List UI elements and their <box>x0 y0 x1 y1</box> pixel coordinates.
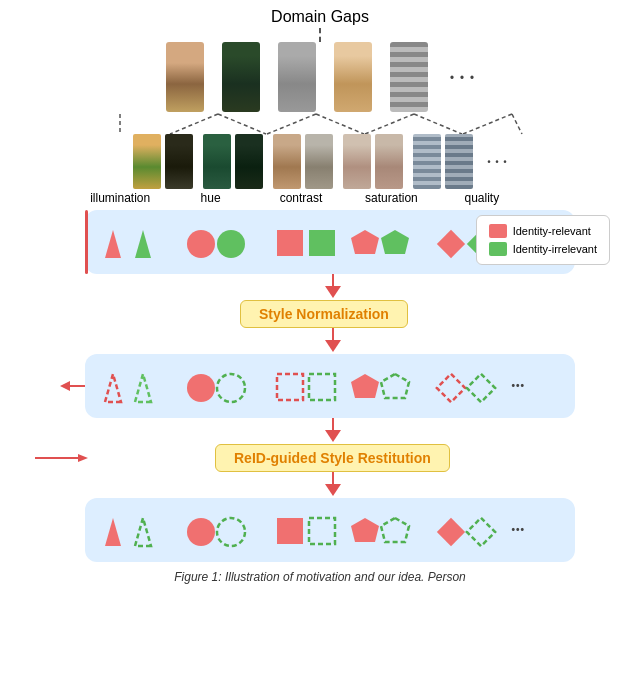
second-blue-box-container: − ··· <box>30 354 610 418</box>
sp-illum-a <box>133 134 161 189</box>
third-blue-box: ··· <box>85 498 575 562</box>
label-contrast: contrast <box>256 191 346 205</box>
sp-hue-b <box>235 134 263 189</box>
person-quality-top <box>390 42 428 112</box>
svg-marker-34 <box>78 454 88 462</box>
svg-line-8 <box>512 114 522 134</box>
sat-group <box>343 134 403 189</box>
svg-marker-29 <box>381 374 409 398</box>
sp-qual-a <box>413 134 441 189</box>
arrow-after-reid <box>325 472 341 496</box>
person-illumination-top <box>166 42 204 112</box>
svg-marker-9 <box>105 230 121 258</box>
dots-sub: · · · <box>487 153 507 171</box>
svg-point-12 <box>217 230 245 258</box>
second-blue-box: ··· <box>85 354 575 418</box>
shapes-row-1: ··· <box>99 220 539 264</box>
label-hue: hue <box>165 191 255 205</box>
sp-illum-b <box>165 134 193 189</box>
reid-section: ReID-guided Style Restitution <box>30 418 610 496</box>
branching-lines <box>70 114 570 134</box>
svg-line-4 <box>316 114 364 134</box>
legend-swatch-green <box>489 242 507 256</box>
svg-point-37 <box>187 518 215 546</box>
contrast-group <box>273 134 333 189</box>
svg-point-25 <box>217 374 245 402</box>
svg-rect-13 <box>277 230 303 256</box>
svg-marker-41 <box>351 518 379 542</box>
arrow-style-norm <box>325 274 341 298</box>
legend-irrelevant-label: Identity-irrelevant <box>513 243 597 255</box>
diagram-container: Domain Gaps · · · <box>0 0 640 685</box>
arrow-after-style-norm <box>325 328 341 352</box>
svg-rect-14 <box>309 230 335 256</box>
svg-rect-27 <box>309 374 335 400</box>
sub-person-row: · · · <box>133 134 507 189</box>
legend-swatch-red <box>489 224 507 238</box>
svg-marker-42 <box>381 518 409 542</box>
svg-line-3 <box>267 114 316 134</box>
person-contrast-top <box>278 42 316 112</box>
svg-point-24 <box>187 374 215 402</box>
svg-point-11 <box>187 230 215 258</box>
label-quality: quality <box>437 191 527 205</box>
svg-marker-35 <box>105 518 121 546</box>
sp-qual-b <box>445 134 473 189</box>
svg-marker-15 <box>351 230 379 254</box>
svg-marker-36 <box>135 518 151 546</box>
svg-rect-40 <box>309 518 335 544</box>
left-red-bar <box>85 210 88 274</box>
svg-marker-28 <box>351 374 379 398</box>
svg-rect-31 <box>467 374 495 402</box>
style-norm-section: Style Normalization <box>30 274 610 352</box>
dots-top: · · · <box>450 66 475 89</box>
svg-point-38 <box>217 518 245 546</box>
svg-rect-44 <box>467 518 495 546</box>
label-saturation: saturation <box>346 191 436 205</box>
illum-group <box>133 134 193 189</box>
top-person-row: · · · <box>166 42 475 112</box>
svg-text:···: ··· <box>511 376 525 396</box>
shapes-row-3: ··· <box>99 508 539 552</box>
minus-arrow-svg <box>40 371 90 401</box>
svg-marker-23 <box>135 374 151 402</box>
style-normalization-box: Style Normalization <box>240 300 408 328</box>
domain-gaps-title: Domain Gaps <box>271 8 369 26</box>
svg-line-1 <box>170 114 218 134</box>
reid-box: ReID-guided Style Restitution <box>215 444 450 472</box>
legend-box: Identity-relevant Identity-irrelevant <box>476 215 610 265</box>
style-normalization-label: Style Normalization <box>240 300 408 328</box>
reid-left-arrow <box>30 448 90 468</box>
svg-marker-16 <box>381 230 409 254</box>
svg-rect-43 <box>437 518 465 546</box>
third-blue-box-container: ··· <box>30 498 610 562</box>
person-hue-top <box>222 42 260 112</box>
sp-contrast-b <box>305 134 333 189</box>
legend-identity-relevant: Identity-relevant <box>489 224 597 238</box>
label-illumination: illumination <box>75 191 165 205</box>
svg-marker-21 <box>60 381 70 391</box>
hue-group <box>203 134 263 189</box>
arrow-reid <box>325 418 341 442</box>
svg-rect-26 <box>277 374 303 400</box>
person-saturation-top <box>334 42 372 112</box>
sp-sat-b <box>375 134 403 189</box>
caption: Figure 1: Illustration of motivation and… <box>30 570 610 584</box>
svg-line-5 <box>365 114 414 134</box>
sp-sat-a <box>343 134 371 189</box>
svg-marker-10 <box>135 230 151 258</box>
sp-contrast-a <box>273 134 301 189</box>
sp-hue-a <box>203 134 231 189</box>
reid-label: ReID-guided Style Restitution <box>215 444 450 472</box>
legend-identity-irrelevant: Identity-irrelevant <box>489 242 597 256</box>
legend-relevant-label: Identity-relevant <box>513 225 591 237</box>
svg-line-7 <box>463 114 512 134</box>
first-blue-box-container: ··· Identity-relevant Identity-irrelevan… <box>30 210 610 274</box>
reid-arrow-svg <box>30 448 90 468</box>
svg-rect-30 <box>437 374 465 402</box>
svg-line-6 <box>414 114 462 134</box>
svg-line-2 <box>218 114 266 134</box>
svg-text:···: ··· <box>511 520 525 540</box>
svg-rect-39 <box>277 518 303 544</box>
svg-rect-17 <box>437 230 465 258</box>
